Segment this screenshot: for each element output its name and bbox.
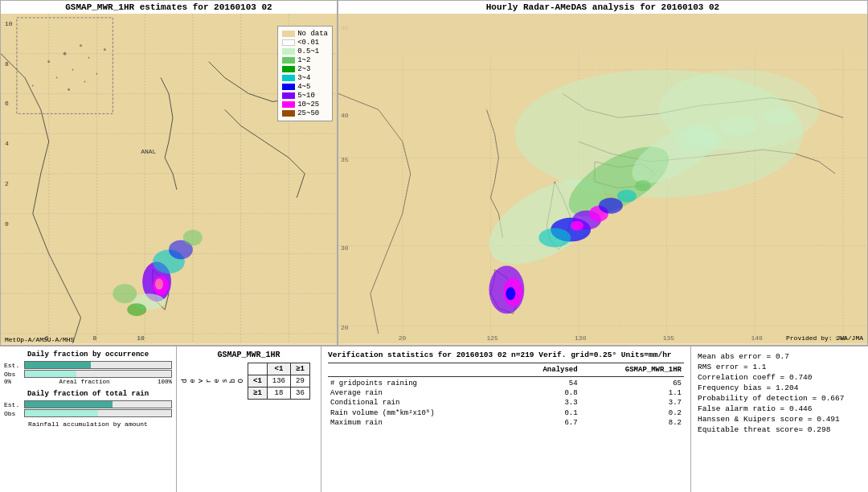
svg-point-80 [571,221,583,231]
legend-label-3-4: 3~4 [297,74,310,82]
legend-item-2-3: 2~3 [282,65,328,73]
svg-point-37 [56,77,58,79]
verif-col-empty [328,365,513,375]
svg-point-87 [763,109,795,125]
legend-color-001 [282,39,295,46]
verification-section: Verification statistics for 20160103 02 … [321,346,691,492]
svg-point-41 [84,81,86,83]
verif-val-condrain-analysed: 3.3 [513,398,580,408]
contingency-val-ge1-ge1: 36 [291,387,310,400]
svg-point-38 [96,73,97,75]
right-stats-section: Mean abs error = 0.7 RMS error = 1.1 Cor… [691,346,868,492]
svg-point-84 [635,180,651,191]
axis-0: 0% [4,379,11,385]
stat-false-alarm: False alarm ratio = 0.446 [698,404,862,413]
legend-item-5-10: 5~10 [282,92,328,100]
right-map-svg: 45 40 35 30 20 20 125 130 135 140 145 [338,14,867,343]
svg-point-33 [47,60,50,63]
verif-row-gridpoints: # gridpoints raining 54 65 [328,379,684,388]
right-panel-title: Hourly Radar-AMeDAS analysis for 2016010… [338,1,867,14]
verif-row-maxrain: Maximum rain 6.7 8.2 [328,418,684,428]
contingency-header-row: <1 ≥1 [248,363,310,375]
svg-point-27 [183,230,203,246]
svg-point-83 [617,190,637,203]
legend-item-05-1: 0.5~1 [282,47,328,55]
legend-color-nodata [282,31,295,37]
svg-text:2: 2 [5,180,9,187]
verif-val-condrain-gsmap: 3.7 [580,398,684,408]
verif-label-condrain: Conditional rain [328,398,513,408]
verif-val-gridpoints-analysed: 54 [513,379,580,388]
svg-point-36 [104,48,106,51]
right-map-area: 45 40 35 30 20 20 125 130 135 140 145 [338,14,867,343]
est-row: Est. [4,361,172,369]
contingency-val-lt1-ge1: 29 [291,375,310,387]
bottom-row: Daily fraction by occurrence Est. Obs 0% [0,346,868,492]
legend-color-2-3 [282,66,295,72]
observed-text: Observed [181,379,245,383]
obs-row: Obs [4,370,172,378]
legend-label-25-50: 25~50 [297,109,319,117]
contingency-row-label-ge1: ≥1 [248,387,268,400]
legend-item-4-5: 4~5 [282,83,328,91]
verif-val-rainvol-analysed: 0.1 [513,408,580,418]
svg-text:8: 8 [92,334,96,342]
verif-divider-top [328,363,684,363]
legend-color-05-1 [282,48,295,55]
verif-row-rainvol: Rain volume (mm*km²x10⁶) 0.1 0.2 [328,408,684,418]
provided-label: Provided by: JWA/JMA [786,334,863,342]
top-row: GSMAP_MWR_1HR estimates for 20160103 02 [0,0,868,346]
obs-bar-fill-2 [25,410,98,416]
obs-bar-fill [25,371,76,377]
obs-bar [24,370,172,378]
svg-text:0: 0 [5,220,9,228]
svg-point-24 [155,278,163,289]
axis-100: Areal fraction [59,379,109,385]
legend-item-nodata: No data [282,30,328,38]
contingency-section: GSMAP_MWR_1HR Observed <1 ≥1 <1 136 29 [177,346,321,492]
bar-section-rain: Est. Obs [4,400,172,417]
verif-val-rainvol-gsmap: 0.2 [580,408,684,418]
total-rain-title: Daily fraction of total rain [4,390,172,398]
main-container: GSMAP_MWR_1HR estimates for 20160103 02 [0,0,868,492]
contingency-table: <1 ≥1 <1 136 29 ≥1 18 36 [248,363,310,400]
est-bar-2 [24,400,172,408]
verif-label-maxrain: Maximum rain [328,418,513,428]
est-label-2: Est. [4,401,24,408]
svg-point-31 [63,52,67,55]
legend-label-05-1: 0.5~1 [297,47,319,55]
legend-item-25-50: 25~50 [282,109,328,117]
bar-section-occurrence: Est. Obs 0% Areal fraction 100% [4,361,172,385]
stat-prob-detection: Probability of detection = 0.667 [698,394,862,403]
svg-point-76 [506,287,515,300]
legend-color-10-25 [282,101,295,108]
left-map-area: 10 8 6 4 2 0 [1,14,337,343]
contingency-row-label-lt1: <1 [248,375,268,387]
contingency-empty-cell [248,363,268,375]
obs-row-2: Obs [4,409,172,417]
legend-color-25-50 [282,110,295,117]
svg-point-35 [88,57,89,59]
verif-table: Analysed GSMAP_MWR_1HR # gridpoints rain… [328,365,684,428]
svg-rect-88 [338,14,867,54]
obs-bar-2 [24,409,172,417]
occurrence-title: Daily fraction by occurrence [4,351,172,359]
svg-point-81 [538,228,571,248]
legend-label-nodata: No data [297,30,328,38]
svg-text:ANAL: ANAL [141,148,156,155]
verif-val-gridpoints-gsmap: 65 [580,379,684,388]
contingency-title: GSMAP_MWR_1HR [181,351,317,359]
legend-label-4-5: 4~5 [297,83,310,91]
est-label: Est. [4,362,24,369]
contingency-val-ge1-lt1: 18 [267,387,290,400]
contingency-col-lt1: <1 [267,363,290,375]
verif-val-avgrain-gsmap: 1.1 [580,388,684,398]
est-bar-fill [25,362,91,368]
sensor-label: MetOp-A/AMSU-A/MHS [5,336,74,343]
est-bar-fill-2 [25,401,113,408]
verif-row-condrain: Conditional rain 3.3 3.7 [328,398,684,408]
verif-label-avgrain: Average rain [328,388,513,398]
svg-point-34 [72,69,74,71]
legend-item-10-25: 10~25 [282,100,328,109]
svg-text:10: 10 [5,20,13,27]
